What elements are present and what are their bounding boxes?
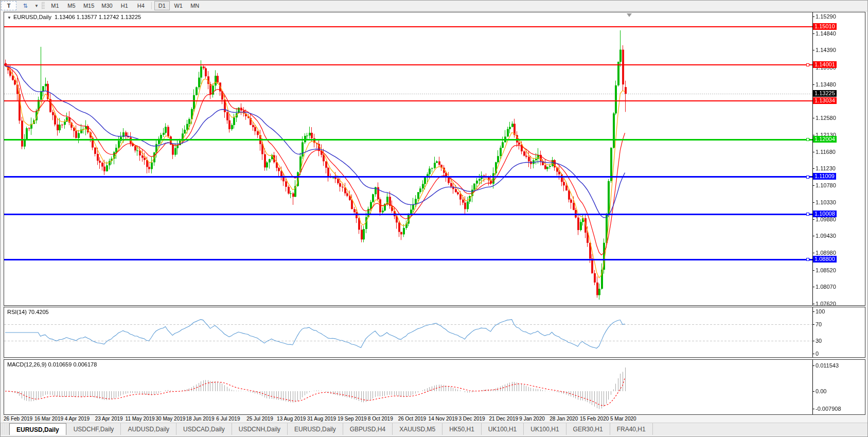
toolbar-grip[interactable]	[42, 2, 45, 9]
price-axis-tick: 1.10780	[816, 182, 836, 188]
price-label-1.11009[interactable]: 1.11009	[813, 173, 836, 180]
rsi-canvas[interactable]	[4, 307, 865, 357]
chart-shift-marker-icon[interactable]	[627, 13, 632, 17]
price-label-1.08800[interactable]: 1.08800	[813, 256, 837, 263]
status-strip	[1, 435, 867, 437]
chart-tab-xauusd-m5[interactable]: XAUUSD,M5	[393, 423, 442, 435]
rsi-label: RSI(14) 70.4205	[7, 309, 49, 315]
toolbar-separator	[151, 2, 152, 9]
toolbar: T⇅▼M1M5M15M30H1H4D1W1MN	[1, 1, 867, 11]
timeframe-button-h4[interactable]: H4	[133, 1, 149, 10]
chart-tab-uk100-h1[interactable]: UK100,H1	[482, 423, 524, 435]
candlestick-canvas[interactable]	[4, 12, 865, 305]
line-handle-1.08800[interactable]	[806, 258, 809, 261]
timeframe-button-d1[interactable]: D1	[154, 1, 170, 10]
timeframe-button-m30[interactable]: M30	[98, 1, 115, 10]
date-axis-label: 6 Jul 2019	[216, 416, 240, 422]
chart-tab-usdchf-daily[interactable]: USDCHF,Daily	[67, 423, 121, 435]
horizontal-line-1.14001[interactable]	[4, 64, 812, 65]
date-axis-label: 13 Aug 2019	[277, 416, 306, 422]
date-axis: 26 Feb 201916 Mar 20194 Apr 201923 Apr 2…	[4, 415, 865, 422]
price-chart-panel: ▼EURUSD,Daily 1.13406 1.13577 1.12742 1.…	[4, 12, 865, 306]
rsi-axis-tick: 30	[816, 338, 822, 344]
line-handle-1.12004[interactable]	[806, 138, 809, 141]
date-axis-label: 4 Apr 2019	[65, 416, 90, 422]
horizontal-line-1.08800[interactable]	[4, 259, 812, 260]
date-axis-label: 25 Jul 2019	[246, 416, 273, 422]
date-axis-label: 19 Sep 2019	[338, 416, 367, 422]
chevron-down-icon[interactable]: ▼	[7, 15, 11, 20]
price-label-1.13034[interactable]: 1.13034	[813, 97, 837, 104]
timeframe-button-mn[interactable]: MN	[187, 1, 203, 10]
timeframe-button-h1[interactable]: H1	[117, 1, 132, 10]
price-axis-tick: 1.14390	[816, 47, 836, 53]
rsi-axis-tick: 100	[816, 308, 825, 314]
date-axis-label: 26 Oct 2019	[398, 416, 426, 422]
chart-header: ▼EURUSD,Daily 1.13406 1.13577 1.12742 1.…	[7, 14, 141, 20]
chart-tab-ger30-h1[interactable]: GER30,H1	[566, 423, 610, 435]
current-price-label: 1.13225	[813, 90, 837, 97]
panel-splitter[interactable]	[4, 357, 865, 359]
price-axis-tick: 1.14840	[816, 30, 836, 37]
line-handle-1.14001[interactable]	[806, 63, 809, 66]
chart-tab-eurusd-daily[interactable]: EURUSD,Daily	[9, 423, 66, 435]
price-label-1.12004[interactable]: 1.12004	[813, 136, 837, 143]
chart-tab-uk100-h1[interactable]: UK100,H1	[524, 423, 566, 435]
price-axis-tick: 1.08980	[816, 250, 836, 256]
price-axis-tick: 1.10330	[816, 199, 836, 205]
date-axis-label: 5 Mar 2020	[610, 416, 636, 422]
style-tool-button[interactable]: ⇅	[17, 1, 33, 10]
price-axis-tick: 1.08520	[816, 267, 836, 273]
chart-tab-hk50-h1[interactable]: HK50,H1	[442, 423, 482, 435]
price-axis-tick: 1.15290	[816, 13, 836, 20]
date-axis-label: 18 Jun 2019	[186, 416, 214, 422]
horizontal-line-1.15010[interactable]	[4, 26, 812, 27]
timeframe-button-m1[interactable]: M1	[47, 1, 63, 10]
macd-panel: MACD(12,26,9) 0.010659 0.006178 0.011543…	[4, 359, 865, 415]
date-axis-label: 21 Dec 2019	[489, 416, 518, 422]
chart-tab-eurusd-daily[interactable]: EURUSD,Daily	[288, 423, 343, 435]
panel-splitter[interactable]	[4, 305, 865, 307]
chart-tab-usdcad-daily[interactable]: USDCAD,Daily	[176, 423, 232, 435]
price-axis-tick: 1.11680	[816, 149, 836, 155]
line-handle-1.11009[interactable]	[806, 176, 809, 179]
tab-bar-grip[interactable]	[1, 423, 9, 435]
date-axis-label: 14 Nov 2019	[429, 416, 458, 422]
horizontal-line-1.12004[interactable]	[4, 139, 812, 141]
date-axis-label: 31 Aug 2019	[307, 416, 336, 422]
date-axis-label: 11 May 2019	[126, 416, 155, 422]
chart-tab-audusd-daily[interactable]: AUDUSD,Daily	[121, 423, 176, 435]
date-axis-label: 28 Jan 2020	[550, 416, 578, 422]
horizontal-line-1.11009[interactable]	[4, 176, 812, 178]
macd-axis-tick: 0.00	[816, 388, 826, 394]
price-axis-tick: 1.13480	[816, 81, 836, 88]
price-label-1.10008[interactable]: 1.10008	[813, 211, 837, 217]
trading-terminal-window: T⇅▼M1M5M15M30H1H4D1W1MN ▼EURUSD,Daily 1.…	[0, 0, 868, 437]
price-axis-tick: 1.07620	[816, 301, 836, 307]
horizontal-line-1.13034[interactable]	[4, 100, 812, 101]
macd-axis-tick: 0.011543	[816, 362, 839, 369]
price-label-1.15010[interactable]: 1.15010	[813, 23, 837, 30]
chart-tab-gbpusd-h4[interactable]: GBPUSD,H4	[343, 423, 393, 435]
text-tool-button[interactable]: T	[1, 1, 16, 10]
chart-tab-fra40-h1[interactable]: FRA40,H1	[610, 423, 653, 435]
macd-label: MACD(12,26,9) 0.010659 0.006178	[7, 361, 97, 368]
date-axis-label: 23 Apr 2019	[95, 416, 123, 422]
horizontal-line-1.10008[interactable]	[4, 214, 812, 215]
date-axis-label: 3 Dec 2019	[459, 416, 485, 422]
rsi-panel: RSI(14) 70.4205 10070300	[4, 307, 865, 358]
timeframe-button-w1[interactable]: W1	[171, 1, 186, 10]
timeframe-button-m5[interactable]: M5	[64, 1, 79, 10]
date-axis-label: 16 Mar 2019	[34, 416, 63, 422]
macd-canvas[interactable]	[4, 360, 865, 414]
date-axis-label: 15 Feb 2020	[580, 416, 609, 422]
rsi-axis-tick: 70	[816, 321, 822, 327]
macd-axis-tick: -0.007908	[816, 406, 841, 412]
timeframe-button-m15[interactable]: M15	[80, 1, 97, 10]
chart-tab-usdcnh-daily[interactable]: USDCNH,Daily	[232, 423, 288, 435]
price-axis-tick: 1.08070	[816, 284, 836, 290]
price-label-1.14001[interactable]: 1.14001	[813, 61, 837, 68]
price-axis-tick: 1.12580	[816, 115, 836, 121]
line-handle-1.10008[interactable]	[806, 213, 809, 216]
toolbar-dropdown-icon[interactable]: ▼	[34, 4, 39, 8]
